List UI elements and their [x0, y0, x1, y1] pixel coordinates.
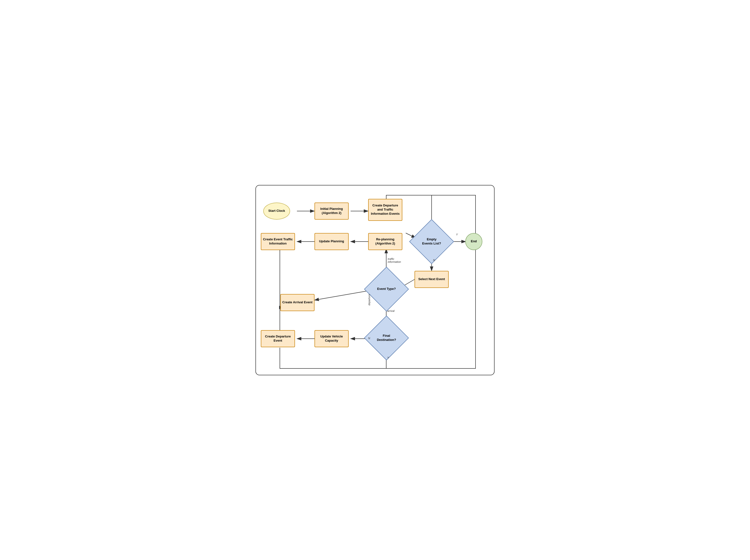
- n-label-final: N: [368, 337, 370, 340]
- event-type-node: Event Type?: [371, 273, 402, 305]
- n-label-empty-select: N: [433, 259, 435, 262]
- select-next-event-node: Select Next Event: [414, 271, 449, 288]
- create-event-traffic-node: Create Event TrafficInformation: [261, 233, 295, 250]
- y-label-final: Y: [387, 356, 389, 359]
- diagram-container: Start Clock Initial Planning(Algorithm 2…: [256, 185, 494, 375]
- update-vehicle-capacity-node: Update VehicleCapacity: [315, 330, 349, 347]
- initial-planning-node: Initial Planning(Algorithm 2): [315, 202, 349, 220]
- y-label-empty-end: Y: [456, 233, 458, 236]
- update-planning-node: Update Planning: [315, 233, 349, 250]
- arrival-label: arrival: [387, 309, 394, 312]
- final-destination-node: FinalDestination?: [371, 322, 402, 354]
- svg-line-9: [315, 291, 371, 300]
- create-departure-event-node: Create DepartureEvent: [261, 330, 295, 347]
- replanning-node: Re-planning(Algorithm 2): [368, 233, 402, 250]
- create-arrival-event-node: Create Arrival Event: [280, 294, 315, 311]
- traffic-info-label: trafficinformation: [388, 257, 401, 263]
- start-clock-node: Start Clock: [263, 202, 290, 220]
- end-node: End: [465, 233, 482, 250]
- departure-label: departure: [368, 294, 371, 305]
- empty-events-list-node: EmptyEvents List?: [416, 226, 447, 257]
- create-departure-traffic-node: Create Departureand TrafficInformation E…: [368, 199, 402, 221]
